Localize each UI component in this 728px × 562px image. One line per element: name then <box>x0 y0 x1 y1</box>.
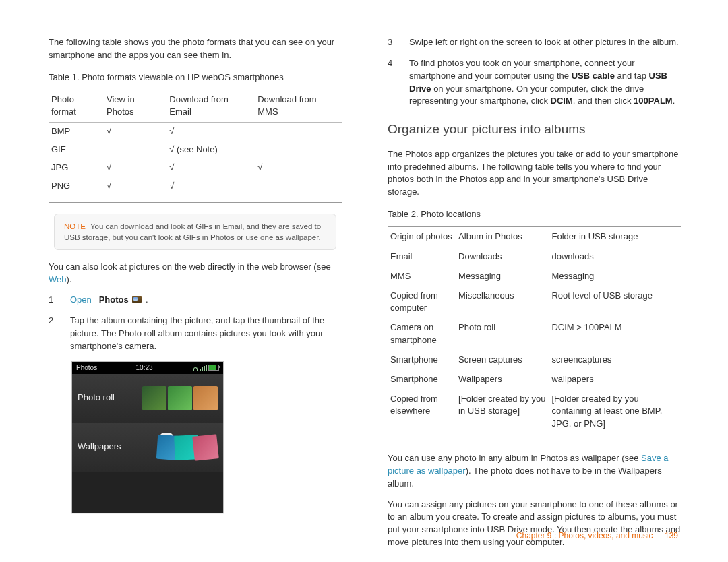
web-paragraph: You can also look at pictures on the web… <box>49 261 342 286</box>
t2r1c1: Messaging <box>456 267 549 286</box>
t2r1c2: Messaging <box>549 267 681 286</box>
album1-label: Photo roll <box>78 392 115 404</box>
album-photo-roll[interactable]: Photo roll <box>72 374 223 423</box>
note-label: NOTE <box>64 222 86 230</box>
thumb-icon <box>142 386 166 410</box>
t1-h3: Download from MMS <box>255 90 342 123</box>
left-column: The following table shows you the photo … <box>49 36 342 557</box>
t1-h2: Download from Email <box>166 90 255 123</box>
t2r1c0: MMS <box>388 267 456 286</box>
thumb-icon <box>193 386 218 410</box>
organize-intro: The Photos app organizes the pictures yo… <box>388 148 681 199</box>
s4-m3: , and then click <box>573 96 634 106</box>
t2r5c1: Wallpapers <box>456 370 549 389</box>
t2r4c1: Screen captures <box>456 350 549 370</box>
t1r1c2: √ (see Note) <box>166 141 255 159</box>
t2-h1: Album in Photos <box>456 226 549 247</box>
thumb-icon <box>192 434 219 461</box>
thumb-icon <box>168 386 192 410</box>
table-photo-formats: Photo format View in Photos Download fro… <box>49 90 342 195</box>
t2r5c0: Smartphone <box>388 370 456 389</box>
album-wallpapers[interactable]: Wallpapers 13 <box>72 423 223 472</box>
step3-text: Swipe left or right on the screen to loo… <box>409 36 681 49</box>
t1r0c2: √ <box>166 123 255 141</box>
t1r1c0: GIF <box>49 141 104 159</box>
t2-h0: Origin of photos <box>388 226 456 247</box>
step4-num: 4 <box>388 57 397 108</box>
step4-text: To find photos you took on your smartpho… <box>409 57 681 108</box>
phone-empty-area <box>72 472 223 513</box>
step1-body: Open Photos . <box>70 294 342 307</box>
t1r1c3 <box>255 141 342 159</box>
t1r2c1: √ <box>104 159 166 177</box>
photos-icon <box>132 296 142 303</box>
note-box: NOTE You can download and look at GIFs i… <box>54 214 336 250</box>
s4-b3: DCIM <box>551 96 573 106</box>
t2r3c0: Camera on smartphone <box>388 318 456 350</box>
t2r2c2: Root level of USB storage <box>549 286 681 319</box>
page-number: 139 <box>665 531 678 540</box>
t2r2c1: Miscellaneous <box>456 286 549 319</box>
t2r0c1: Downloads <box>456 247 549 266</box>
t2r6c0: Copied from elsewhere <box>388 389 456 435</box>
web-pre: You can also look at pictures on the web… <box>49 261 331 272</box>
t1r3c3 <box>255 177 342 195</box>
steps-1-2: 1 Open Photos . 2 Tap the album containi… <box>49 294 342 352</box>
right-column: 3 Swipe left or right on the screen to l… <box>388 36 681 557</box>
t1r0c1: √ <box>104 123 166 141</box>
s4-post: . <box>673 96 675 106</box>
t1-h0: Photo format <box>49 90 104 123</box>
step2-num: 2 <box>49 315 58 353</box>
s4-m1: and tap <box>615 71 649 81</box>
page-footer: Chapter 9 : Photos, videos, and music 13… <box>516 530 678 542</box>
step-3: 3 Swipe left or right on the screen to l… <box>388 36 681 49</box>
t2r0c2: downloads <box>549 247 681 266</box>
t2r6c2: [Folder created by you containing at lea… <box>549 389 681 435</box>
t1r0c0: BMP <box>49 123 104 141</box>
t1r3c1: √ <box>104 177 166 195</box>
battery-icon <box>208 365 219 371</box>
status-bar: Photos 10:23 <box>72 362 223 374</box>
step1-period: . <box>146 294 148 305</box>
wall-pre: You can use any photo in any album in Ph… <box>388 453 641 463</box>
phone-screenshot: Photos 10:23 Photo roll Wallpapers <box>71 361 224 513</box>
clock: 10:23 <box>136 363 153 373</box>
steps-3-4: 3 Swipe left or right on the screen to l… <box>388 36 681 108</box>
t2r0c0: Email <box>388 247 456 266</box>
t2r3c2: DCIM > 100PALM <box>549 318 681 350</box>
s4-b1: USB cable <box>572 71 615 81</box>
t2r3c1: Photo roll <box>456 318 549 350</box>
note-text: You can download and look at GIFs in Ema… <box>64 222 321 241</box>
section-heading: Organize your pictures into albums <box>388 120 681 139</box>
t1r1c1 <box>104 141 166 159</box>
table1-caption: Table 1. Photo formats viewable on HP we… <box>49 71 342 84</box>
step-2: 2 Tap the album containing the picture, … <box>49 315 342 353</box>
t2r4c0: Smartphone <box>388 350 456 370</box>
t1-h1: View in Photos <box>104 90 166 123</box>
t1r2c0: JPG <box>49 159 104 177</box>
t1r0c3 <box>255 123 342 141</box>
t1r2c3: √ <box>255 159 342 177</box>
intro-paragraph: The following table shows you the photo … <box>49 36 342 62</box>
album2-label: Wallpapers <box>78 441 121 454</box>
t1r3c2: √ <box>166 177 255 195</box>
wifi-icon <box>191 365 198 371</box>
t2r4c2: screencaptures <box>549 350 681 370</box>
chapter-label: Chapter 9 : Photos, videos, and music <box>516 531 653 540</box>
step-1: 1 Open Photos . <box>49 294 342 307</box>
t2r2c0: Copied from computer <box>388 286 456 319</box>
step1-num: 1 <box>49 294 58 307</box>
page: The following table shows you the photo … <box>0 0 728 557</box>
web-post: ). <box>67 274 72 284</box>
web-link[interactable]: Web <box>49 274 67 284</box>
table2-caption: Table 2. Photo locations <box>388 208 681 221</box>
s4-b4: 100PALM <box>634 96 673 106</box>
table2-bottom-rule <box>388 441 681 441</box>
signal-icon <box>200 365 207 371</box>
t1r3c0: PNG <box>49 177 104 195</box>
table1-bottom-rule <box>49 202 342 203</box>
photos-label: Photos <box>99 294 129 305</box>
t1r2c2: √ <box>166 159 255 177</box>
open-link[interactable]: Open <box>70 294 92 305</box>
step3-num: 3 <box>388 36 397 49</box>
